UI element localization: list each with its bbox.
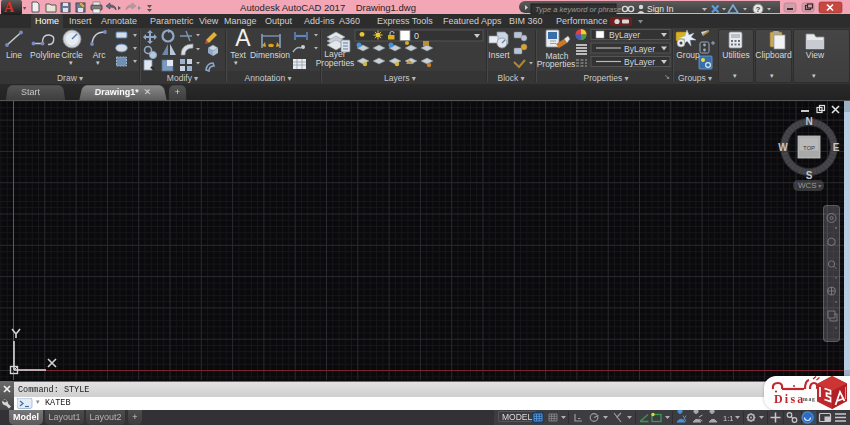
svg-text:N: N	[805, 116, 812, 127]
svg-text:E: E	[833, 142, 840, 153]
svg-text:Disa: Disa	[774, 392, 805, 406]
svg-text:W: W	[778, 142, 788, 153]
svg-text:Type a keyword or phrase: Type a keyword or phrase	[535, 5, 621, 14]
svg-text:ByLayer: ByLayer	[624, 44, 655, 54]
svg-text:TOP: TOP	[803, 145, 815, 151]
svg-text:0: 0	[414, 31, 419, 41]
svg-text:Sign In: Sign In	[647, 4, 674, 14]
svg-text:mag: mag	[803, 396, 815, 402]
svg-text:ByLayer: ByLayer	[609, 30, 640, 40]
svg-text:?: ?	[756, 5, 761, 14]
svg-text:1:1: 1:1	[723, 414, 733, 423]
svg-text:ByLayer: ByLayer	[624, 57, 655, 67]
